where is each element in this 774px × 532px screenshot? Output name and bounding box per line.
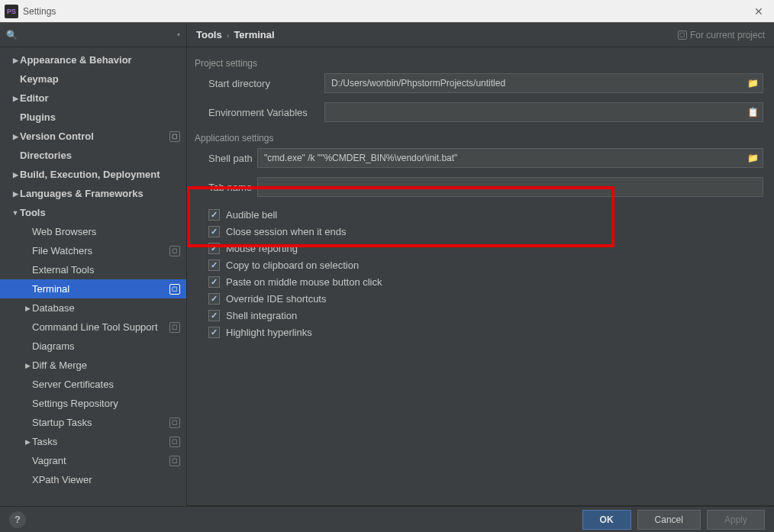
sidebar-item-plugins[interactable]: Plugins (0, 108, 186, 127)
checkbox-label: Audible bell (226, 209, 277, 221)
app-settings-title: Application settings (195, 131, 763, 148)
folder-icon[interactable]: 📁 (747, 153, 759, 163)
search-input[interactable] (21, 30, 176, 40)
checkbox-row-close-session-when-it-ends[interactable]: ✓Close session when it ends (195, 223, 763, 240)
project-scope-icon: ▢ (169, 322, 180, 333)
app-logo: PS (5, 5, 18, 18)
checkbox[interactable]: ✓ (208, 226, 220, 237)
sidebar-item-xpath-viewer[interactable]: XPath Viewer (0, 470, 186, 489)
ok-button[interactable]: OK (582, 510, 631, 530)
checkbox-group: ✓Audible bell✓Close session when it ends… (195, 206, 763, 340)
search-dropdown-icon[interactable]: ▾ (177, 31, 180, 38)
sidebar-item-startup-tasks[interactable]: Startup Tasks▢ (0, 413, 186, 432)
search-icon: 🔍 (6, 30, 18, 40)
help-button[interactable]: ? (9, 511, 26, 528)
window-title: Settings (23, 6, 56, 17)
checkbox-row-shell-integration[interactable]: ✓Shell integration (195, 307, 763, 324)
scope-hint: ▢ For current project (678, 30, 765, 40)
env-vars-input[interactable] (324, 102, 763, 122)
chevron-right-icon: ▶ (11, 56, 20, 64)
project-scope-icon: ▢ (169, 284, 180, 295)
checkbox-row-highlight-hyperlinks[interactable]: ✓Highlight hyperlinks (195, 324, 763, 340)
checkbox-label: Override IDE shortcuts (226, 293, 327, 305)
checkbox-row-copy-to-clipboard-on-selection[interactable]: ✓Copy to clipboard on selection (195, 256, 763, 273)
sidebar-item-web-browsers[interactable]: Web Browsers (0, 222, 186, 241)
sidebar-item-settings-repository[interactable]: Settings Repository (0, 394, 186, 413)
project-scope-icon: ▢ (169, 131, 180, 142)
sidebar-item-tasks[interactable]: ▶Tasks▢ (0, 432, 186, 451)
sidebar-item-vagrant[interactable]: Vagrant▢ (0, 451, 186, 470)
sidebar-item-terminal[interactable]: Terminal▢ (0, 279, 186, 298)
shell-path-label: Shell path (195, 153, 257, 164)
start-directory-label: Start directory (195, 78, 324, 89)
apply-button[interactable]: Apply (707, 510, 765, 530)
sidebar-item-label: Diff & Merge (32, 360, 186, 371)
list-icon[interactable]: 📋 (747, 107, 759, 118)
settings-content: Tools › Terminal ▢ For current project P… (187, 23, 774, 506)
chevron-right-icon: ▶ (23, 305, 32, 312)
terminal-settings-panel: Project settings Start directory 📁 Envir… (187, 47, 774, 505)
tab-name-input[interactable] (257, 177, 763, 197)
checkbox-label: Mouse reporting (226, 243, 298, 254)
close-icon[interactable]: ✕ (748, 1, 769, 22)
checkbox[interactable]: ✓ (208, 260, 220, 271)
sidebar-item-keymap[interactable]: Keymap (0, 69, 186, 89)
sidebar-item-tools[interactable]: ▼Tools (0, 203, 186, 222)
sidebar-item-label: Terminal (32, 283, 169, 295)
sidebar-item-label: Tools (20, 207, 186, 218)
sidebar-item-label: Command Line Tool Support (32, 321, 169, 333)
sidebar-item-diff-merge[interactable]: ▶Diff & Merge (0, 356, 186, 375)
checkbox-label: Copy to clipboard on selection (226, 260, 359, 271)
sidebar-item-external-tools[interactable]: External Tools (0, 260, 186, 279)
sidebar-item-label: Keymap (20, 73, 186, 85)
sidebar-item-languages-frameworks[interactable]: ▶Languages & Frameworks (0, 184, 186, 203)
sidebar-item-label: Diagrams (32, 340, 186, 352)
sidebar-item-database[interactable]: ▶Database (0, 298, 186, 318)
sidebar-item-file-watchers[interactable]: File Watchers▢ (0, 241, 186, 260)
project-scope-icon: ▢ (678, 31, 687, 40)
sidebar-item-label: External Tools (32, 264, 186, 276)
checkbox[interactable]: ✓ (208, 276, 220, 288)
sidebar-item-label: XPath Viewer (32, 474, 186, 485)
sidebar-item-label: Settings Repository (32, 398, 186, 409)
sidebar-item-label: Startup Tasks (32, 417, 169, 428)
sidebar-item-label: Build, Execution, Deployment (20, 169, 186, 180)
start-directory-input[interactable] (324, 73, 763, 93)
checkbox-row-paste-on-middle-mouse-button-click[interactable]: ✓Paste on middle mouse button click (195, 273, 763, 290)
sidebar-item-directories[interactable]: Directories (0, 146, 186, 165)
sidebar-item-label: Vagrant (32, 455, 169, 466)
sidebar-item-appearance-behavior[interactable]: ▶Appearance & Behavior (0, 50, 186, 69)
checkbox[interactable]: ✓ (208, 293, 220, 305)
cancel-button[interactable]: Cancel (637, 510, 701, 530)
checkbox-row-audible-bell[interactable]: ✓Audible bell (195, 206, 763, 223)
checkbox-row-override-ide-shortcuts[interactable]: ✓Override IDE shortcuts (195, 290, 763, 307)
sidebar-item-label: Database (32, 302, 186, 314)
checkbox-row-mouse-reporting[interactable]: ✓Mouse reporting (195, 240, 763, 256)
sidebar-item-label: Tasks (32, 436, 169, 447)
project-scope-icon: ▢ (169, 418, 180, 428)
sidebar-item-label: Plugins (20, 111, 186, 123)
checkbox[interactable]: ✓ (208, 209, 220, 221)
folder-icon[interactable]: 📁 (747, 78, 759, 89)
sidebar-item-version-control[interactable]: ▶Version Control▢ (0, 127, 186, 146)
shell-path-input[interactable] (257, 148, 763, 168)
sidebar-item-command-line-tool-support[interactable]: Command Line Tool Support▢ (0, 318, 186, 337)
sidebar-item-server-certificates[interactable]: Server Certificates (0, 375, 186, 394)
checkbox[interactable]: ✓ (208, 310, 220, 321)
sidebar-item-build-execution-deployment[interactable]: ▶Build, Execution, Deployment (0, 165, 186, 184)
settings-tree: ▶Appearance & BehaviorKeymap▶EditorPlugi… (0, 47, 186, 506)
checkbox[interactable]: ✓ (208, 327, 220, 338)
project-scope-icon: ▢ (169, 456, 180, 466)
chevron-right-icon: ▶ (23, 438, 32, 446)
scope-hint-label: For current project (690, 30, 765, 40)
sidebar-item-diagrams[interactable]: Diagrams (0, 337, 186, 356)
sidebar-item-editor[interactable]: ▶Editor (0, 89, 186, 108)
checkbox-label: Paste on middle mouse button click (226, 276, 382, 288)
env-vars-row: Environment Variables 📋 (195, 102, 763, 122)
chevron-right-icon: ▶ (11, 95, 20, 102)
sidebar-item-label: Editor (20, 92, 186, 104)
search-row: 🔍 ▾ (0, 23, 186, 47)
tab-name-label: Tab name (195, 182, 257, 193)
checkbox[interactable]: ✓ (208, 243, 220, 254)
breadcrumb: Tools › Terminal ▢ For current project (187, 23, 774, 47)
